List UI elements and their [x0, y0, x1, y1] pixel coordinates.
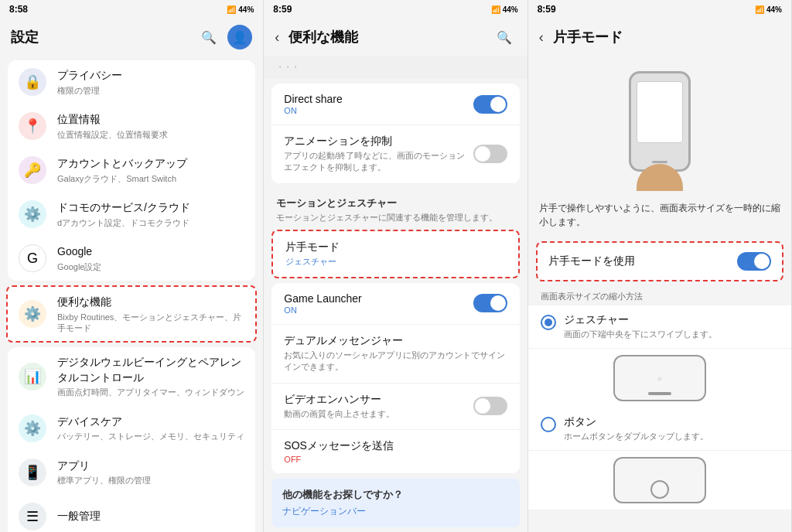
video-enhancer-toggle[interactable] [473, 397, 507, 415]
page-title-3: 片手モード [553, 28, 780, 46]
top-bar-1: 設定 🔍 👤 [0, 19, 263, 56]
game-launcher-item[interactable]: Game Launcher ON [271, 283, 519, 325]
size-section-label: 画面表示サイズの縮小方法 [528, 285, 791, 305]
google-title: Google [57, 244, 244, 260]
benri-title: 便利な機能 [57, 295, 244, 310]
game-launcher-title: Game Launcher [284, 292, 361, 305]
docomo-title: ドコモのサービス/クラウド [57, 200, 244, 216]
time-2: 8:59 [273, 4, 292, 15]
katate-toggle[interactable] [737, 252, 771, 271]
home-bar-1 [648, 392, 671, 395]
settings-item-device[interactable]: ⚙️ デバイスケア バッテリー、ストレージ、メモリ、セキュリティ [8, 407, 255, 450]
sos-title: SOSメッセージを送信 [284, 439, 507, 453]
google-icon: G [19, 244, 46, 272]
dual-messenger-item[interactable]: デュアルメッセンジャー お気に入りのソーシャルアプリに別のアカウントでサインイン… [271, 325, 519, 384]
settings-item-apps[interactable]: 📱 アプリ 標準アプリ、権限の管理 [8, 451, 255, 494]
settings-item-account[interactable]: 🔑 アカウントとバックアップ Galaxyクラウド、Smart Switch [8, 148, 255, 192]
katate-toggle-row[interactable]: 片手モードを使用 [538, 243, 782, 280]
location-sub: 位置情報設定、位置情報要求 [57, 129, 244, 140]
account-title: アカウントとバックアップ [57, 156, 244, 172]
settings-list: 🔒 プライバシー 権限の管理 📍 位置情報 位置情報設定、位置情報要求 🔑 アカ… [0, 56, 263, 532]
settings-item-docomo[interactable]: ⚙️ ドコモのサービス/クラウド dアカウント設定、ドコモクラウド [8, 193, 255, 236]
settings-item-privacy[interactable]: 🔒 プライバシー 権限の管理 [8, 60, 255, 104]
katate-title: 片手モード [285, 240, 505, 254]
search-button-1[interactable]: 🔍 [196, 25, 221, 49]
back-button-2[interactable]: ‹ [275, 29, 279, 46]
bottom-section: 他の機能をお探しですか？ ナビゲーションバー [271, 479, 519, 527]
search-button-2[interactable]: 🔍 [492, 25, 517, 49]
animation-sub: アプリの起動/終了時などに、画面のモーションエフェクトを抑制します。 [284, 150, 465, 174]
game-launcher-toggle[interactable] [473, 294, 507, 312]
gesture-option[interactable]: ジェスチャー 画面の下端中央を下にスワイプします。 [528, 305, 791, 349]
katate-item[interactable]: 片手モード ジェスチャー [273, 231, 517, 277]
katate-description: 片手で操作しやすいように、画面表示サイズを一時的に縮小します。 [528, 195, 791, 238]
panel-benri: 8:59 📶 44% ‹ 便利な機能 🔍 ・・・ Direct share ON [264, 0, 527, 532]
gesture-radio[interactable] [541, 315, 556, 330]
button-sub: ホームボタンをダブルタップします。 [564, 431, 708, 442]
digital-sub: 画面点灯時間、アプリタイマー、ウィンドダウン [57, 387, 244, 397]
top-bar-3: ‹ 片手モード [528, 19, 791, 56]
video-enhancer-sub: 動画の画質を向上させます。 [284, 408, 465, 420]
status-icons-1: 📶 44% [227, 5, 254, 14]
device-sub: バッテリー、ストレージ、メモリ、セキュリティ [57, 431, 244, 442]
settings-item-location[interactable]: 📍 位置情報 位置情報設定、位置情報要求 [8, 104, 255, 148]
apps-sub: 標準アプリ、権限の管理 [57, 475, 244, 486]
panel-settings: 8:58 📶 44% 設定 🔍 👤 🔒 プライバシー 権限の管理 📍 位置情報 [0, 0, 264, 532]
status-icons-2: 📶 44% [491, 5, 518, 14]
benri-section-1: Direct share ON アニメーションを抑制 アプリの起動/終了時などに… [271, 84, 519, 184]
animation-toggle[interactable] [473, 145, 507, 163]
digital-title: デジタルウェルビーイングとペアレンタルコントロール [57, 355, 244, 385]
phone-home [652, 161, 667, 163]
avatar-1[interactable]: 👤 [227, 25, 252, 49]
top-bar-2: ‹ 便利な機能 🔍 [264, 19, 527, 56]
animation-title: アニメーションを抑制 [284, 135, 465, 148]
digital-icon: 📊 [19, 363, 46, 390]
game-launcher-status: ON [284, 305, 361, 315]
docomo-sub: dアカウント設定、ドコモクラウド [57, 217, 244, 228]
dual-messenger-sub: お気に入りのソーシャルアプリに別のアカウントでサインインできます。 [284, 350, 507, 373]
direct-share-toggle[interactable] [473, 95, 507, 114]
device-icon: ⚙️ [19, 414, 46, 442]
sos-item[interactable]: SOSメッセージを送信 OFF [271, 430, 519, 474]
gesture-sub: 画面の下端中央を下にスワイプします。 [564, 329, 717, 340]
status-bar-3: 8:59 📶 44% [528, 0, 791, 19]
video-enhancer-title: ビデオエンハンサー [284, 393, 465, 407]
google-sub: Google設定 [57, 261, 244, 272]
motion-section-header: モーションとジェスチャー モーションとジェスチャーに関連する機能を管理します。 [264, 189, 527, 227]
gesture-phone-1: ○ [613, 355, 706, 401]
signal-icon: 📶 [227, 5, 236, 14]
apps-title: アプリ [57, 459, 244, 474]
signal-icon-3: 📶 [755, 5, 764, 14]
katate-sub: ジェスチャー [285, 256, 505, 268]
page-title-1: 設定 [11, 28, 190, 46]
time-3: 8:59 [538, 4, 556, 15]
settings-item-general[interactable]: ☰ 一般管理 [8, 495, 255, 532]
button-radio[interactable] [541, 417, 556, 432]
privacy-icon: 🔒 [19, 68, 46, 96]
location-title: 位置情報 [57, 112, 244, 128]
sos-status: OFF [284, 455, 507, 464]
button-option[interactable]: ボタン ホームボタンをダブルタップします。 [528, 408, 791, 451]
settings-item-benri[interactable]: ⚙️ 便利な機能 Bixby Routines、モーションとジェスチャー、片手モ… [8, 287, 255, 341]
docomo-icon: ⚙️ [19, 200, 46, 228]
direct-share-item[interactable]: Direct share ON [271, 84, 519, 125]
direct-share-title: Direct share [284, 93, 342, 105]
motion-section-sub: モーションとジェスチャーに関連する機能を管理します。 [276, 212, 514, 223]
settings-item-digital[interactable]: 📊 デジタルウェルビーイングとペアレンタルコントロール 画面点灯時間、アプリタイ… [8, 347, 255, 405]
video-enhancer-item[interactable]: ビデオエンハンサー 動画の画質を向上させます。 [271, 384, 519, 430]
account-icon: 🔑 [19, 156, 46, 184]
settings-section-card: 🔒 プライバシー 権限の管理 📍 位置情報 位置情報設定、位置情報要求 🔑 アカ… [8, 60, 255, 281]
account-sub: Galaxyクラウド、Smart Switch [57, 173, 244, 184]
bottom-link[interactable]: ナビゲーションバー [282, 505, 508, 518]
phone-body [629, 71, 691, 172]
katate-content: 片手で操作しやすいように、画面表示サイズを一時的に縮小します。 片手モードを使用… [528, 56, 791, 532]
benri-icon: ⚙️ [19, 300, 46, 328]
general-icon: ☰ [19, 503, 46, 530]
motion-section-title: モーションとジェスチャー [276, 196, 514, 210]
settings-item-google[interactable]: G Google Google設定 [8, 237, 255, 280]
animation-item[interactable]: アニメーションを抑制 アプリの起動/終了時などに、画面のモーションエフェクトを抑… [271, 125, 519, 184]
back-button-3[interactable]: ‹ [539, 29, 544, 46]
gesture-illustration: ○ [528, 349, 791, 408]
battery-text: 44% [238, 5, 254, 14]
gesture-phone-2 [613, 457, 706, 503]
